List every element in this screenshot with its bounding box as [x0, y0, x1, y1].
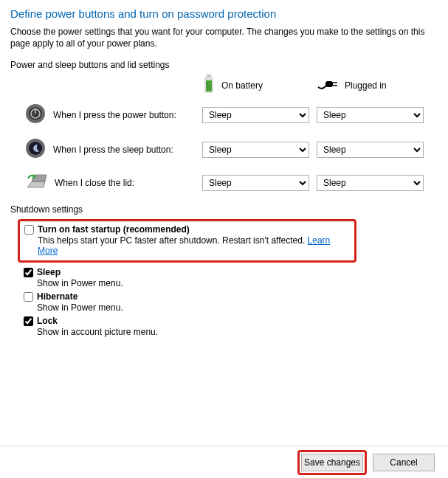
footer-bar: Save changes Cancel — [0, 446, 448, 478]
svg-rect-0 — [207, 75, 211, 77]
plug-icon — [317, 77, 339, 93]
lock-desc: Show in account picture menu. — [24, 327, 438, 337]
column-plugged-in-label: Plugged in — [345, 80, 387, 91]
hibernate-title: Hibernate — [37, 291, 77, 302]
hibernate-checkbox[interactable] — [24, 292, 33, 302]
save-button-highlight: Save changes — [297, 450, 367, 475]
power-sleep-section-label: Power and sleep buttons and lid settings — [10, 60, 438, 70]
columns-header: On battery Plugged in — [202, 75, 438, 96]
page-description: Choose the power settings that you want … — [10, 26, 438, 49]
sleep-button-row: When I press the sleep button: Sleep Sle… — [10, 138, 438, 161]
power-button-icon — [25, 103, 46, 126]
power-button-battery-select[interactable]: Sleep — [202, 107, 309, 123]
fast-startup-title: Turn on fast startup (recommended) — [38, 224, 190, 235]
cancel-button[interactable]: Cancel — [373, 454, 435, 471]
sleep-button-battery-select[interactable]: Sleep — [202, 142, 309, 158]
power-button-label: When I press the power button: — [53, 110, 176, 120]
close-lid-battery-select[interactable]: Sleep — [202, 175, 309, 191]
svg-rect-3 — [325, 81, 333, 87]
shutdown-section-label: Shutdown settings — [10, 204, 438, 215]
hibernate-desc: Show in Power menu. — [24, 302, 438, 313]
column-plugged-in: Plugged in — [317, 77, 431, 93]
sleep-checkbox[interactable] — [24, 268, 33, 277]
sleep-button-plugged-select[interactable]: Sleep — [317, 142, 424, 158]
close-lid-label: When I close the lid: — [55, 178, 134, 188]
battery-icon — [202, 75, 216, 96]
power-button-plugged-select[interactable]: Sleep — [317, 107, 424, 123]
sleep-button-icon — [25, 138, 46, 161]
fast-startup-checkbox[interactable] — [24, 225, 34, 235]
page-title: Define power buttons and turn on passwor… — [10, 7, 438, 20]
column-on-battery-label: On battery — [221, 80, 263, 91]
sleep-desc: Show in Power menu. — [24, 278, 438, 288]
save-changes-button[interactable]: Save changes — [301, 454, 363, 471]
lid-icon — [25, 173, 47, 193]
svg-rect-2 — [206, 80, 212, 91]
sleep-title: Sleep — [37, 267, 61, 277]
sleep-button-label: When I press the sleep button: — [53, 145, 173, 155]
close-lid-plugged-select[interactable]: Sleep — [317, 175, 424, 191]
fast-startup-desc: This helps start your PC faster after sh… — [24, 235, 350, 256]
column-on-battery: On battery — [202, 75, 317, 96]
close-lid-row: When I close the lid: Sleep Sleep — [10, 173, 438, 193]
power-button-row: When I press the power button: Sleep Sle… — [10, 103, 438, 126]
lock-title: Lock — [37, 316, 58, 326]
fast-startup-highlight: Turn on fast startup (recommended) This … — [18, 219, 356, 263]
lock-checkbox[interactable] — [24, 316, 33, 326]
